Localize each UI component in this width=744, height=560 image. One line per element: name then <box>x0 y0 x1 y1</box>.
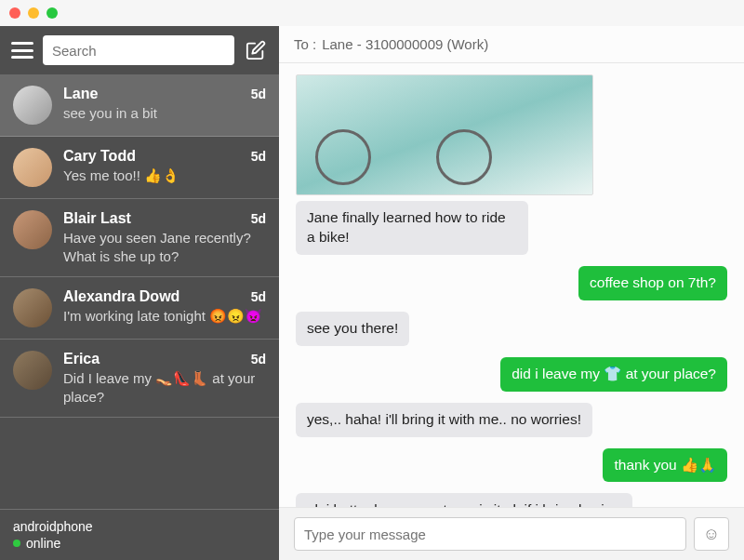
avatar <box>13 288 52 327</box>
to-label: To : <box>294 36 316 52</box>
chat-panel: To : Lane - 3100000009 (Work) Jane final… <box>279 26 744 560</box>
minimize-icon[interactable] <box>28 7 39 19</box>
sidebar: Lane 5d see you in a bit Cary Todd 5d Ye… <box>0 26 279 560</box>
thread-name: Lane <box>63 86 98 102</box>
message-out: coffee shop on 7th? <box>578 266 727 300</box>
avatar <box>13 210 52 249</box>
thread-body: Alexandra Dowd 5d I'm working late tonig… <box>63 288 266 327</box>
bike-illustration-icon <box>436 129 492 185</box>
search-input[interactable] <box>52 43 225 59</box>
thread-body: Cary Todd 5d Yes me too!! 👍👌 <box>63 148 266 187</box>
thread-preview: Have you seen Jane recently? What is she… <box>63 229 266 265</box>
avatar <box>13 148 52 187</box>
message-out: did i leave my 👕 at your place? <box>500 357 727 392</box>
sidebar-footer: androidphone online <box>0 509 279 560</box>
titlebar <box>0 0 744 26</box>
app-body: Lane 5d see you in a bit Cary Todd 5d Ye… <box>0 26 744 560</box>
compose-icon <box>246 40 266 60</box>
thread-time: 5d <box>251 352 266 367</box>
chat-header: To : Lane - 3100000009 (Work) <box>279 26 744 63</box>
thread-name: Blair Last <box>63 210 131 227</box>
thread-body: Blair Last 5d Have you seen Jane recentl… <box>63 210 266 265</box>
message-text: Jane finally learned how to ride a bike! <box>296 201 528 255</box>
thread-time: 5d <box>251 289 266 304</box>
thread-item[interactable]: Erica 5d Did I leave my 👡👠👢 at your plac… <box>0 340 279 418</box>
avatar <box>13 86 52 125</box>
message-in-image: Jane finally learned how to ride a bike! <box>296 74 593 255</box>
avatar <box>13 351 52 390</box>
message-list: Jane finally learned how to ride a bike!… <box>279 63 744 507</box>
image-attachment[interactable] <box>296 74 593 195</box>
message-input-wrapper[interactable] <box>294 517 686 551</box>
thread-name: Erica <box>63 351 100 367</box>
thread-preview: see you in a bit <box>63 104 266 123</box>
chat-input-bar: ☺ <box>279 507 744 560</box>
compose-button[interactable] <box>244 38 268 62</box>
sidebar-top <box>0 26 279 74</box>
thread-item[interactable]: Alexandra Dowd 5d I'm working late tonig… <box>0 277 279 340</box>
message-out: thank you 👍🙏 <box>603 448 727 483</box>
thread-preview: Yes me too!! 👍👌 <box>63 167 266 185</box>
emoji-icon: ☺ <box>703 525 720 544</box>
thread-name: Cary Todd <box>63 148 136 165</box>
device-name: androidphone <box>13 519 266 534</box>
thread-item[interactable]: Lane 5d see you in a bit <box>0 74 279 137</box>
close-icon[interactable] <box>9 7 20 19</box>
thread-item[interactable]: Cary Todd 5d Yes me too!! 👍👌 <box>0 137 279 199</box>
message-in: ok i better leave now too... is it ok if… <box>296 493 632 507</box>
thread-body: Erica 5d Did I leave my 👡👠👢 at your plac… <box>63 351 266 406</box>
thread-body: Lane 5d see you in a bit <box>63 86 266 125</box>
thread-preview: Did I leave my 👡👠👢 at your place? <box>63 369 266 406</box>
message-input[interactable] <box>304 527 676 542</box>
thread-list: Lane 5d see you in a bit Cary Todd 5d Ye… <box>0 74 279 509</box>
search-input-wrapper[interactable] <box>43 35 234 65</box>
status-dot-icon <box>13 540 20 547</box>
thread-time: 5d <box>251 87 266 101</box>
status-row: online <box>13 536 266 551</box>
thread-preview: I'm working late tonight 😡😠👿 <box>63 307 266 326</box>
thread-time: 5d <box>251 211 266 226</box>
message-in: see you there! <box>296 312 409 346</box>
thread-name: Alexandra Dowd <box>63 288 179 305</box>
bike-illustration-icon <box>315 129 371 185</box>
app-window: Lane 5d see you in a bit Cary Todd 5d Ye… <box>0 0 744 560</box>
message-in: yes,.. haha! i'll bring it with me.. no … <box>296 403 592 437</box>
emoji-button[interactable]: ☺ <box>694 517 729 551</box>
maximize-icon[interactable] <box>46 7 58 19</box>
status-text: online <box>26 536 60 551</box>
thread-item[interactable]: Blair Last 5d Have you seen Jane recentl… <box>0 199 279 277</box>
thread-time: 5d <box>251 149 266 164</box>
recipient-name: Lane - 3100000009 (Work) <box>322 36 488 52</box>
hamburger-icon[interactable] <box>11 42 33 59</box>
